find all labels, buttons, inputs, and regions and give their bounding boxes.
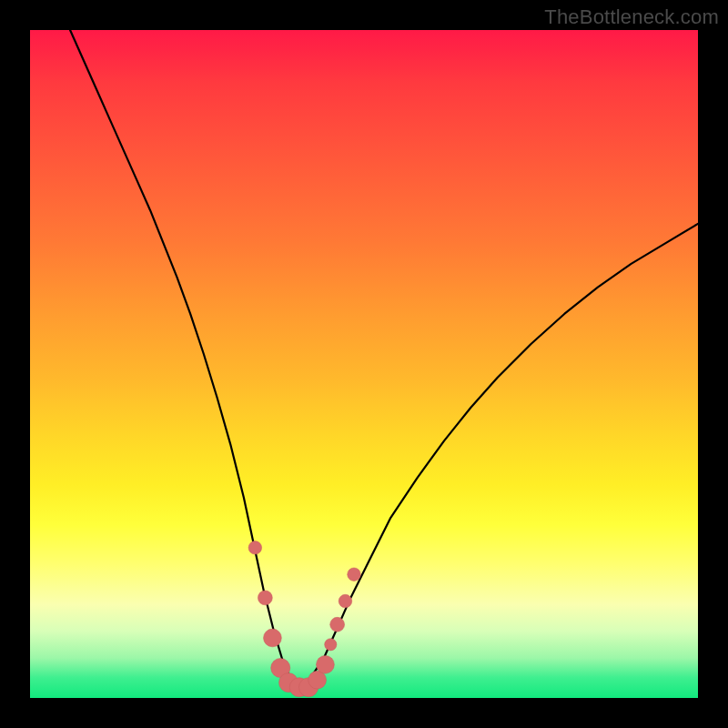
chart-frame: TheBottleneck.com: [0, 0, 728, 728]
curve-marker: [348, 568, 361, 581]
curve-marker: [258, 591, 272, 605]
bottleneck-curve: [70, 30, 698, 684]
watermark-text: TheBottleneck.com: [544, 5, 719, 29]
chart-svg: [30, 30, 698, 698]
curve-marker: [339, 594, 352, 608]
plot-area: [30, 30, 698, 698]
curve-marker: [325, 639, 337, 651]
curve-marker: [317, 655, 335, 673]
curve-markers: [248, 541, 360, 697]
curve-marker: [248, 541, 262, 555]
curve-marker: [264, 629, 282, 647]
curve-marker: [330, 617, 345, 632]
